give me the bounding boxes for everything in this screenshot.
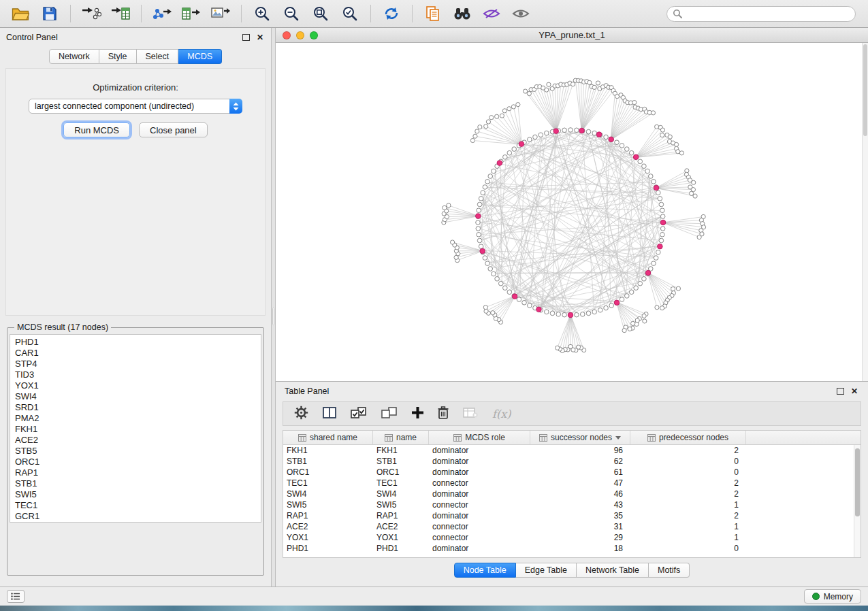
tab-network-table[interactable]: Network Table — [577, 563, 649, 578]
search-input[interactable] — [686, 9, 850, 18]
table-row[interactable]: YOX1YOX1connector291 — [283, 532, 854, 543]
mcds-list-item[interactable]: ACE2 — [10, 435, 261, 446]
zoom-in-button[interactable] — [250, 3, 274, 24]
tab-network[interactable]: Network — [49, 49, 99, 64]
show-columns-button[interactable] — [323, 407, 336, 420]
mcds-list-item[interactable]: CAR1 — [10, 348, 261, 359]
criterion-select[interactable]: largest connected component (undirected) — [29, 99, 242, 114]
table-body[interactable]: FKH1FKH1dominator962STB1STB1dominator620… — [283, 445, 854, 557]
memory-button[interactable]: Memory — [804, 589, 861, 604]
deselect-all-rows-button[interactable] — [381, 407, 398, 421]
scrollbar-thumb[interactable] — [855, 448, 860, 516]
tab-edge-table[interactable]: Edge Table — [516, 563, 577, 578]
column-header-name[interactable]: name — [373, 431, 429, 444]
column-header-shared-name[interactable]: shared name — [283, 431, 373, 444]
mcds-list-item[interactable]: STB5 — [10, 446, 261, 457]
desktop-wallpaper-strip — [0, 606, 868, 611]
table-row[interactable]: ACE2ACE2connector311 — [283, 521, 854, 532]
table-vertical-scrollbar[interactable] — [854, 445, 861, 557]
float-panel-button[interactable] — [242, 34, 250, 41]
mcds-list-item[interactable]: GCR1 — [10, 511, 261, 522]
mcds-list-item[interactable]: SWI4 — [10, 391, 261, 402]
clone-view-button[interactable] — [421, 3, 445, 24]
save-session-button[interactable] — [37, 3, 62, 24]
table-cell: dominator — [429, 467, 530, 478]
mcds-list-item[interactable]: FKH1 — [10, 424, 261, 435]
eye-icon — [512, 7, 530, 20]
mcds-tab-content: Optimization criterion: largest connecte… — [5, 68, 266, 316]
table-row[interactable]: PHD1PHD1dominator180 — [283, 543, 854, 554]
panel-splitter[interactable] — [271, 28, 276, 587]
control-panel-tabs: Network Style Select MCDS — [49, 49, 222, 64]
table-cell — [746, 456, 854, 467]
create-column-button[interactable] — [412, 407, 423, 420]
table-cell: 2 — [630, 489, 746, 499]
float-panel-button[interactable] — [837, 388, 844, 395]
mcds-list-item[interactable]: TID3 — [10, 369, 261, 380]
import-table-button[interactable] — [108, 3, 133, 24]
table-row[interactable]: FKH1FKH1dominator962 — [283, 445, 854, 456]
table-row[interactable]: ORC1ORC1dominator610 — [283, 467, 854, 478]
tab-mcds[interactable]: MCDS — [178, 49, 222, 64]
select-all-rows-button[interactable] — [351, 407, 367, 421]
refresh-view-button[interactable] — [379, 3, 404, 24]
mcds-list-item[interactable]: STB1 — [10, 478, 261, 489]
mcds-list-item[interactable]: YOX1 — [10, 380, 261, 391]
mcds-list-item[interactable]: SRD1 — [10, 402, 261, 413]
optimization-criterion-label: Optimization criterion: — [93, 82, 178, 93]
tab-style[interactable]: Style — [99, 49, 137, 64]
export-network-button[interactable] — [150, 3, 174, 24]
mcds-list-item[interactable]: PMA2 — [10, 413, 261, 424]
network-window-titlebar[interactable]: YPA_prune.txt_1 — [276, 28, 868, 43]
hide-selected-button[interactable] — [479, 3, 504, 24]
network-canvas[interactable] — [276, 43, 856, 381]
open-file-button[interactable] — [8, 3, 33, 24]
column-header-successor-nodes[interactable]: successor nodes — [530, 431, 630, 444]
close-panel-button[interactable]: Close panel — [139, 122, 208, 137]
table-cell: TEC1 — [373, 478, 429, 489]
memory-status-dot — [812, 593, 820, 600]
mcds-list-item[interactable]: SWI5 — [10, 489, 261, 500]
table-row[interactable]: SWI4SWI4dominator462 — [283, 489, 854, 499]
zoom-out-button[interactable] — [279, 3, 304, 24]
tab-select[interactable]: Select — [137, 49, 179, 64]
mcds-list-item[interactable]: PHD1 — [10, 337, 261, 348]
show-all-button[interactable] — [509, 3, 533, 24]
splitter-handle[interactable] — [272, 308, 274, 325]
table-row[interactable]: RAP1RAP1dominator352 — [283, 510, 854, 521]
zoom-fit-button[interactable] — [308, 3, 333, 24]
run-mcds-button[interactable]: Run MCDS — [63, 122, 130, 137]
close-panel-icon-button[interactable]: ✕ — [255, 33, 265, 42]
panel-menu-button[interactable] — [7, 590, 25, 603]
export-table-button[interactable] — [179, 3, 204, 24]
table-cell: ORC1 — [373, 467, 429, 478]
function-builder-button-disabled[interactable]: f(x) — [492, 408, 511, 420]
table-row[interactable]: STB1STB1dominator620 — [283, 456, 854, 467]
table-row[interactable]: SWI5SWI5connector431 — [283, 499, 854, 510]
table-row[interactable]: TEC1TEC1connector472 — [283, 478, 854, 489]
mcds-list[interactable]: PHD1CAR1STP4TID3YOX1SWI4SRD1PMA2FKH1ACE2… — [10, 334, 261, 523]
tab-node-table[interactable]: Node Table — [454, 563, 516, 578]
delete-column-button[interactable] — [438, 406, 449, 421]
control-panel-header: Control Panel ✕ — [0, 28, 271, 46]
mcds-list-item[interactable]: ORC1 — [10, 457, 261, 467]
table-cell: 2 — [630, 445, 746, 456]
scrollbar-thumb[interactable] — [863, 44, 867, 136]
column-header-mcds-role[interactable]: MCDS role — [429, 431, 530, 444]
network-vertical-scrollbar[interactable] — [862, 43, 868, 381]
mcds-list-item[interactable]: STP4 — [10, 359, 261, 369]
mcds-list-item[interactable]: TEC1 — [10, 500, 261, 511]
table-settings-button[interactable] — [294, 406, 308, 422]
search-box[interactable] — [666, 6, 856, 22]
export-image-button[interactable] — [208, 3, 233, 24]
delete-table-button-disabled[interactable] — [463, 408, 478, 420]
column-header-predecessor-nodes[interactable]: predecessor nodes — [630, 431, 746, 444]
table-cell: YOX1 — [373, 532, 429, 543]
network-view[interactable] — [276, 43, 868, 381]
mcds-list-item[interactable]: RAP1 — [10, 467, 261, 478]
tab-motifs[interactable]: Motifs — [649, 563, 690, 578]
close-panel-icon-button[interactable]: ✕ — [850, 387, 859, 395]
zoom-selected-button[interactable] — [338, 3, 362, 24]
import-network-button[interactable] — [79, 3, 103, 24]
find-button[interactable] — [450, 3, 475, 24]
